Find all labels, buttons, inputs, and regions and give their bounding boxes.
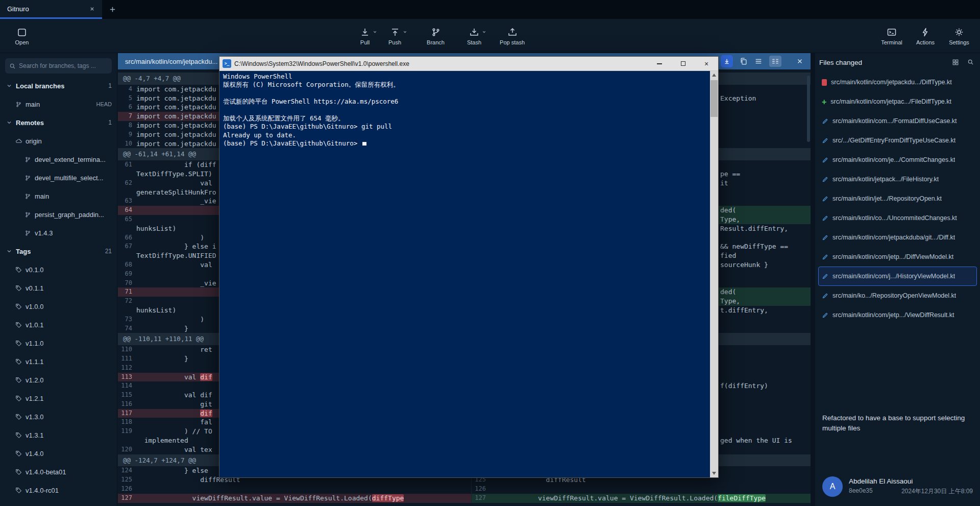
line-number: 65 [118, 215, 136, 224]
sidebar-item-v1.4.0-rc01[interactable]: v1.4.0-rc01 [0, 481, 117, 499]
modified-icon [822, 254, 828, 260]
close-tab-icon[interactable] [89, 6, 95, 12]
sidebar-item-v1.4.0-beta01[interactable]: v1.4.0-beta01 [0, 463, 117, 481]
item-label: main [35, 192, 49, 200]
stash-dropdown-icon[interactable] [482, 30, 486, 34]
settings-button[interactable]: Settings [944, 23, 974, 50]
powershell-titlebar[interactable]: >_ C:\Windows\System32\WindowsPowerShell… [219, 57, 718, 71]
sidebar-item-v1.4.0[interactable]: v1.4.0 [0, 444, 117, 463]
copy-icon[interactable] [740, 57, 748, 65]
section-count: 21 [105, 248, 112, 255]
scrollbar-thumb[interactable] [710, 80, 718, 117]
file-item[interactable]: src/main/ko.../RepositoryOpenViewModel.k… [818, 286, 977, 305]
sidebar-item-devel-extend-termina...[interactable]: devel_extend_termina... [0, 150, 117, 168]
sidebar-item-devel-multifile-select...[interactable]: devel_multifile_select... [0, 168, 117, 187]
pop-stash-button[interactable]: Pop stash [500, 23, 525, 50]
code-text: TextDiffType.UNIFIED [136, 251, 216, 260]
file-item[interactable]: src/main/kotlin/com/jetpackdu.../DiffTyp… [818, 73, 977, 92]
code-text: } [136, 324, 188, 333]
sidebar-section-local-branches[interactable]: Local branches1 [0, 77, 117, 95]
file-item[interactable]: src/main/kotlin/com/jetp.../ViewDiffResu… [818, 305, 977, 325]
code-fragment: Type, [720, 215, 740, 224]
files-search-icon[interactable] [967, 59, 974, 66]
panel-divider[interactable] [811, 53, 815, 506]
section-label: Local branches [16, 82, 64, 90]
close-button[interactable]: × [695, 57, 718, 70]
sidebar-item-v1.3.0[interactable]: v1.3.0 [0, 407, 117, 426]
sidebar-item-v1.4.3[interactable]: v1.4.3 [0, 224, 117, 242]
split-view-icon[interactable] [769, 56, 781, 67]
file-item[interactable]: src/.../GetDiffEntryFromDiffTypeUseCase.… [818, 131, 977, 150]
item-label: v1.1.0 [26, 340, 43, 347]
pull-button[interactable]: Pull [360, 23, 370, 50]
scroll-up-icon[interactable] [710, 71, 718, 79]
panel-spacer [815, 325, 980, 413]
open-button[interactable]: Open [8, 23, 36, 50]
sidebar-item-v1.1.0[interactable]: v1.1.0 [0, 334, 117, 352]
sidebar-item-v1.0.1[interactable]: v1.0.1 [0, 316, 117, 334]
scroll-down-icon[interactable] [710, 469, 718, 477]
settings-label: Settings [949, 39, 969, 45]
sidebar-item-main[interactable]: mainHEAD [0, 95, 117, 113]
new-tab-button[interactable] [102, 0, 122, 19]
sidebar-item-v0.1.0[interactable]: v0.1.0 [0, 260, 117, 279]
stash-button[interactable]: Stash [467, 23, 481, 50]
line-number: 9 [118, 130, 136, 139]
file-item[interactable]: src/main/kotlin/jet.../RepositoryOpen.kt [818, 189, 977, 208]
sidebar-item-v1.2.0[interactable]: v1.2.0 [0, 371, 117, 389]
actions-button[interactable]: Actions [911, 23, 940, 50]
sidebar-item-origin[interactable]: origin [0, 132, 117, 150]
sidebar-item-persist-graph-paddin...[interactable]: persist_graph_paddin... [0, 205, 117, 224]
sidebar-item-v1.3.1[interactable]: v1.3.1 [0, 426, 117, 444]
file-item[interactable]: src/main/kotlin/com/jetpackduba/git.../D… [818, 228, 977, 247]
search-input[interactable] [19, 62, 108, 69]
sidebar-item-main[interactable]: main [0, 187, 117, 205]
close-diff-icon[interactable] [796, 58, 803, 65]
tag-icon [15, 395, 22, 402]
line-number [118, 306, 136, 315]
sidebar-item-v1.0.0[interactable]: v1.0.0 [0, 297, 117, 316]
push-button[interactable]: Push [388, 23, 401, 50]
maximize-button[interactable] [671, 57, 695, 70]
pop-stash-label: Pop stash [500, 39, 525, 45]
file-item[interactable]: src/main/kotlin/com/je.../CommitChanges.… [818, 150, 977, 170]
modified-icon [822, 234, 828, 241]
file-item[interactable]: src/main/kotlin/com/jetp.../DiffViewMode… [818, 247, 977, 267]
item-label: v1.0.1 [26, 321, 43, 329]
code-text: import com.jetpackdu [136, 103, 216, 112]
terminal-button[interactable]: Terminal [877, 23, 906, 50]
file-item[interactable]: src/main/kotlin/com/j.../HistoryViewMode… [818, 267, 977, 286]
branch-button[interactable]: Branch [427, 23, 445, 50]
sidebar-item-v0.1.1[interactable]: v0.1.1 [0, 279, 117, 297]
commit-hash: 8ee0e35 [849, 487, 873, 496]
terminal-output[interactable]: Windows PowerShell版权所有 (C) Microsoft Cor… [219, 71, 718, 477]
multi-select-icon[interactable] [952, 59, 959, 66]
line-number [118, 251, 136, 260]
file-item[interactable]: +src/main/kotlin/com/jetpac.../FileDiffT… [818, 92, 977, 111]
toolbar-center-group: Pull Push Branch Stash Pop stash [360, 23, 525, 50]
minimize-button[interactable] [648, 57, 671, 70]
diff-scrollbar-thumb[interactable] [807, 76, 810, 142]
file-item[interactable]: src/main/kotlin/co.../UncommitedChanges.… [818, 208, 977, 228]
tab-gitnuro[interactable]: Gitnuro [0, 0, 102, 19]
item-label: v0.1.0 [26, 266, 43, 274]
sidebar-item-v1.1.1[interactable]: v1.1.1 [0, 352, 117, 371]
unified-view-icon[interactable] [754, 57, 763, 65]
sidebar-section-remotes[interactable]: Remotes1 [0, 113, 117, 132]
branch-search-box[interactable] [5, 58, 112, 74]
code-text: val [136, 260, 212, 270]
terminal-scrollbar[interactable] [710, 71, 718, 477]
sidebar-item-v1.2.1[interactable]: v1.2.1 [0, 389, 117, 407]
file-item[interactable]: src/main/kotlin/com.../FormatDiffUseCase… [818, 111, 977, 131]
stage-file-button[interactable] [721, 55, 733, 67]
push-dropdown-icon[interactable] [403, 30, 407, 34]
code-text: ) [136, 315, 204, 324]
line-number: 120 [118, 445, 136, 454]
powershell-window[interactable]: >_ C:\Windows\System32\WindowsPowerShell… [219, 56, 719, 478]
pull-dropdown-icon[interactable] [373, 30, 377, 34]
file-item[interactable]: src/main/kotlin/jetpack.../FileHistory.k… [818, 170, 977, 189]
line-number: 113 [118, 373, 136, 382]
file-path: src/main/kotlin/com/je.../CommitChanges.… [832, 156, 955, 163]
sidebar-section-tags[interactable]: Tags21 [0, 242, 117, 260]
file-path: src/main/kotlin/com/j.../HistoryViewMode… [832, 273, 955, 280]
